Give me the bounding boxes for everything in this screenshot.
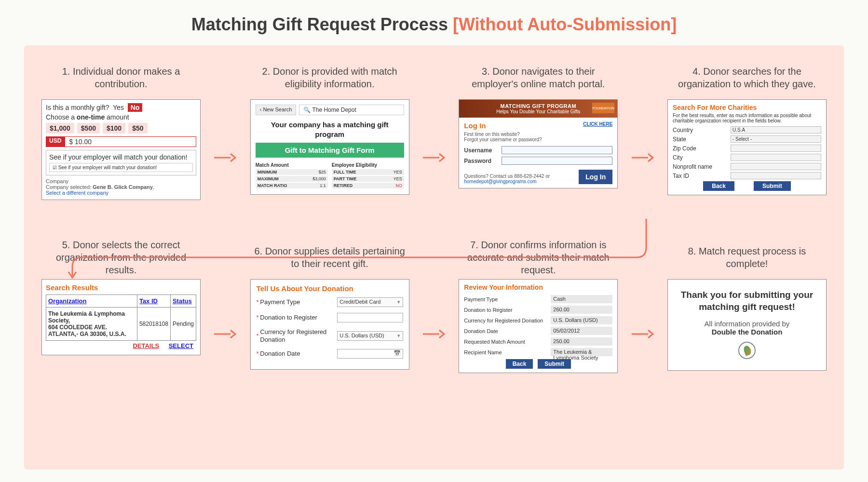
state-select[interactable]: - Select -: [731, 135, 821, 143]
contact-info: Questions? Contact us 888-628-2442 orhom…: [464, 174, 550, 184]
search-instructions: For the best results, enter as much info…: [673, 113, 821, 123]
page-title: Matching Gift Request Process [Without A…: [24, 14, 844, 35]
row-2: 5. Donor selects the correct organizatio…: [41, 239, 827, 373]
step-2-card: ‹ New Search 🔍 The Home Depot Your compa…: [250, 99, 409, 195]
currency-badge: USD: [46, 136, 65, 147]
arrow-icon: [214, 152, 236, 165]
retired-row: RETIREDNO: [332, 183, 404, 188]
review-submit-button[interactable]: Submit: [538, 359, 571, 369]
no-option[interactable]: No: [128, 103, 143, 112]
step-2: 2. Donor is provided with match eligibil…: [250, 59, 409, 195]
back-button[interactable]: Back: [703, 181, 734, 191]
arrow-icon: [632, 328, 654, 342]
attribution-text: All information provided byDouble the Do…: [675, 320, 819, 336]
amount-500[interactable]: $500: [77, 123, 100, 134]
review-payment: Cash: [551, 295, 612, 303]
step-6-card: Tell Us About Your Donation *Payment Typ…: [250, 279, 409, 370]
step-1-card: Is this a monthly gift? Yes No Choose a …: [41, 99, 201, 200]
custom-amount-input[interactable]: $ 10.00: [65, 136, 196, 147]
step-4-card: Search For More Charities For the best r…: [667, 99, 827, 195]
review-match: 250.00: [551, 337, 612, 346]
new-search-button[interactable]: ‹ New Search: [256, 105, 297, 115]
arrow-icon: [423, 152, 445, 165]
step-6: 6. Donor supplies details pertaining to …: [250, 239, 409, 370]
contact-email-link[interactable]: homedepot@givingprograms.com: [464, 179, 536, 184]
username-label: Username: [464, 147, 502, 154]
arrow-icon: [423, 328, 445, 342]
step-1-caption: 1. Individual donor makes a contribution…: [41, 59, 201, 96]
foundation-logo: FOUNDATION: [592, 103, 614, 113]
step-7-card: Review Your Information Payment TypeCash…: [459, 279, 618, 373]
taxid-input[interactable]: [731, 172, 821, 179]
amount-100[interactable]: $100: [103, 123, 125, 134]
amount-1000[interactable]: $1,000: [46, 123, 74, 134]
step-8: 8. Match request process is complete! Th…: [667, 239, 827, 371]
ratio-row: MATCH RATIO1:1: [256, 183, 328, 188]
match-program-message: Your company has a matching gift program: [256, 120, 404, 139]
zip-input[interactable]: [731, 145, 821, 152]
login-header: Log In: [464, 121, 486, 130]
login-button[interactable]: Log In: [579, 170, 612, 184]
donation-amount-input[interactable]: [337, 313, 403, 322]
step-4-caption: 4. Donor searches for the organization t…: [667, 59, 827, 96]
country-input[interactable]: U.S.A: [731, 126, 821, 134]
select-link[interactable]: SELECT: [169, 342, 193, 349]
max-row: MAXIMUM$3,000: [256, 176, 328, 182]
table-row: The Leukemia & Lymphoma Society, 604 COO…: [46, 308, 196, 341]
change-company-link[interactable]: Select a different company: [46, 190, 196, 196]
donation-details-header: Tell Us About Your Donation: [257, 284, 403, 293]
yes-option[interactable]: Yes: [113, 104, 124, 111]
nonprofit-input[interactable]: [731, 163, 821, 170]
search-icon: 🔍: [303, 107, 311, 113]
company-search-input[interactable]: 🔍 The Home Depot: [299, 105, 404, 115]
review-back-button[interactable]: Back: [506, 359, 533, 369]
step-5-card: Search Results Organization Tax ID Statu…: [41, 279, 201, 355]
col-status[interactable]: Status: [170, 295, 196, 308]
step-2-caption: 2. Donor is provided with match eligibil…: [250, 59, 409, 96]
step-6-caption: 6. Donor supplies details pertaining to …: [250, 239, 409, 276]
dtd-logo-icon: [738, 342, 756, 359]
donation-date-input[interactable]: [337, 349, 403, 359]
password-label: Password: [464, 158, 502, 164]
company-label: Company: [46, 178, 196, 184]
amount-50[interactable]: $50: [128, 123, 147, 134]
eligibility-header: Employee Eligibility: [332, 162, 404, 168]
review-currency: U.S. Dollars (USD): [551, 316, 612, 324]
step-1: 1. Individual donor makes a contribution…: [41, 59, 201, 200]
review-donation: 260.00: [551, 306, 612, 314]
step-8-card: Thank you for submitting your matching g…: [667, 279, 827, 371]
step-5-caption: 5. Donor selects the correct organizatio…: [41, 239, 201, 276]
col-taxid[interactable]: Tax ID: [137, 295, 170, 308]
monthly-question: Is this a monthly gift? Yes No: [46, 104, 196, 111]
currency-select[interactable]: U.S. Dollars (USD): [337, 331, 403, 341]
match-checkbox[interactable]: ☑ See if your employer will match your d…: [49, 163, 193, 172]
details-link[interactable]: DETAILS: [133, 342, 159, 349]
review-header: Review Your Information: [464, 283, 612, 291]
step-8-caption: 8. Match request process is complete!: [667, 239, 827, 276]
results-table: Organization Tax ID Status The Leukemia …: [46, 295, 196, 341]
search-charities-header: Search For More Charities: [673, 104, 821, 111]
match-amount-header: Match Amount: [256, 162, 328, 168]
row-1: 1. Individual donor makes a contribution…: [41, 59, 827, 200]
portal-banner: MATCHING GIFT PROGRAM Helps You Double Y…: [459, 100, 617, 118]
city-input[interactable]: [731, 154, 821, 161]
process-board: 1. Individual donor makes a contribution…: [24, 45, 844, 469]
step-7-caption: 7. Donor confirms information is accurat…: [459, 239, 618, 276]
col-org[interactable]: Organization: [46, 295, 137, 308]
payment-type-select[interactable]: Credit/Debit Card: [337, 297, 403, 307]
password-input[interactable]: [502, 157, 612, 165]
submit-button[interactable]: Submit: [754, 181, 791, 191]
thank-you-message: Thank you for submitting your matching g…: [675, 289, 819, 313]
click-here-link[interactable]: CLICK HERE: [583, 121, 612, 127]
username-input[interactable]: [502, 146, 612, 154]
step-4: 4. Donor searches for the organization t…: [667, 59, 827, 195]
step-5: 5. Donor selects the correct organizatio…: [41, 239, 201, 355]
login-hint: First time on this website? Forgot your …: [464, 132, 612, 142]
min-row: MINIMUM$25: [256, 169, 328, 175]
arrow-icon: [632, 152, 654, 165]
company-selected: Company selected: Gene B. Glick Company.: [46, 184, 196, 190]
review-recipient: The Leukemia & Lymphoma Society: [551, 348, 612, 356]
gift-form-button[interactable]: Gift to Matching Gift Form: [256, 143, 404, 158]
step-3-caption: 3. Donor navigates to their employer's o…: [459, 59, 618, 96]
fulltime-row: FULL TIMEYES: [332, 169, 404, 175]
